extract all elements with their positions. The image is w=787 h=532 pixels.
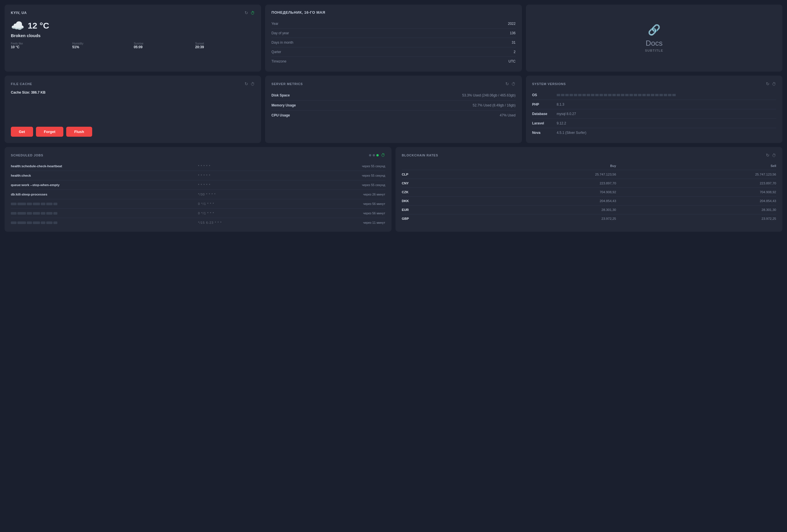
flush-button[interactable]: Flush <box>66 127 92 137</box>
date-row-label: Days in month <box>271 41 293 44</box>
system-versions-rows: OSPHP8.1.3Databasemysql 8.0.27Laravel9.1… <box>532 90 776 137</box>
metric-row: Disk Space53.3% Used (248.06gb / 465.63g… <box>271 90 515 101</box>
job-schedule: * * * * * <box>198 174 291 177</box>
rate-row: CNY 223.897,70 223.897,70 <box>402 179 776 188</box>
file-cache-refresh-icon[interactable]: ↻ <box>244 81 248 86</box>
dot-1 <box>369 154 371 156</box>
version-row: PHP8.1.3 <box>532 100 776 109</box>
rate-currency: DKK <box>402 197 456 206</box>
blockchain-clock-icon[interactable]: ⏱ <box>772 153 776 158</box>
metric-row: Memory Usage52.7% Used (8.49gb / 16gb) <box>271 101 515 110</box>
date-title: ПОНЕДЕЛЬНИК, 16-ГО МАЯ <box>271 10 515 15</box>
date-row: Qarter2 <box>271 47 515 57</box>
rate-buy: 23.972,25 <box>456 214 616 223</box>
jobs-clock-icon[interactable]: ⏱ <box>381 153 385 157</box>
date-rows: Year2022Day of year136Days in month31Qar… <box>271 19 515 66</box>
file-cache-title: FILE CACHE <box>11 82 32 86</box>
system-versions-clock-icon[interactable]: ⏱ <box>772 82 776 86</box>
weather-temperature: 12 °C <box>28 21 49 30</box>
version-label: OS <box>532 93 552 97</box>
job-schedule: 0 */1 * * * <box>198 212 291 215</box>
get-button[interactable]: Get <box>11 127 33 137</box>
rates-table: Buy Sell CLP 25.747.123,56 25.747.123,56… <box>402 162 776 223</box>
sunset-label: Sunset <box>195 42 255 45</box>
cache-buttons: Get Forget Flush <box>11 127 92 137</box>
dot-2 <box>373 154 375 156</box>
blockchain-refresh-icon[interactable]: ↻ <box>766 153 770 158</box>
file-cache-clock-icon[interactable]: ⏱ <box>251 82 255 86</box>
job-time: через 55 секунд <box>293 183 385 187</box>
docs-card[interactable]: 🔗 Docs SUBTITLE <box>526 4 783 72</box>
job-name-blurred <box>11 221 196 224</box>
job-row: 0 */1 * * * через 56 минут <box>11 199 385 209</box>
jobs-list: health:schedule-check-heartbeat * * * * … <box>11 162 385 227</box>
rate-sell: 25.747.123,56 <box>616 170 776 179</box>
humidity-value: 51% <box>72 45 132 49</box>
weather-location: KYIV, UA <box>11 11 27 15</box>
date-card: ПОНЕДЕЛЬНИК, 16-ГО МАЯ Year2022Day of ye… <box>265 4 522 72</box>
rate-sell: 204.854,43 <box>616 197 776 206</box>
rate-sell: 23.972,25 <box>616 214 776 223</box>
rate-buy: 25.747.123,56 <box>456 170 616 179</box>
refresh-icon[interactable]: ↻ <box>244 10 248 16</box>
system-versions-card: SYSTEM VERSIONS ↻ ⏱ OSPHP8.1.3Databasemy… <box>526 76 783 143</box>
docs-title: Docs <box>646 39 663 48</box>
version-row: Databasemysql 8.0.27 <box>532 109 776 119</box>
date-row: TimezoneUTC <box>271 57 515 66</box>
os-value-blurred <box>557 94 776 96</box>
date-row-label: Timezone <box>271 59 286 63</box>
job-row: health:check * * * * * через 55 секунд <box>11 171 385 180</box>
date-row-value: 31 <box>512 41 515 44</box>
scheduled-jobs-card: SCHEDULED JOBS ⏱ health:schedule-check-h… <box>4 147 391 232</box>
link-icon: 🔗 <box>648 24 661 36</box>
system-versions-refresh-icon[interactable]: ↻ <box>766 81 770 86</box>
rate-currency: CNY <box>402 179 456 188</box>
job-time: через 56 минут <box>293 202 385 206</box>
date-row: Day of year136 <box>271 28 515 38</box>
rate-row: GBP 23.972,25 23.972,25 <box>402 214 776 223</box>
version-label: Nova <box>532 131 552 135</box>
weather-details: Feels like 10 °C Humidity 51% Sunrise 05… <box>11 42 255 49</box>
version-value: mysql 8.0.27 <box>557 112 576 116</box>
version-row: OS <box>532 90 776 100</box>
rate-row: DKK 204.854,43 204.854,43 <box>402 197 776 206</box>
rates-col-currency <box>402 162 456 170</box>
metric-label: CPU Usage <box>271 113 290 117</box>
scheduled-jobs-title: SCHEDULED JOBS <box>11 153 43 157</box>
clock-icon[interactable]: ⏱ <box>251 10 255 16</box>
job-schedule: * * * * * <box>198 164 291 168</box>
metric-row: CPU Usage47% Used <box>271 110 515 120</box>
job-time: через 26 минут <box>293 193 385 196</box>
date-row: Days in month31 <box>271 38 515 47</box>
rates-col-sell: Sell <box>616 162 776 170</box>
cache-size: Cache Size: 386.7 KB <box>11 90 255 94</box>
docs-subtitle: SUBTITLE <box>645 49 663 52</box>
version-label: PHP <box>532 103 552 106</box>
job-row: 0 */1 * * * через 56 минут <box>11 209 385 218</box>
version-value: 4.5.1 (Silver Surfer) <box>557 131 587 135</box>
rate-buy: 204.854,43 <box>456 197 616 206</box>
server-metrics-rows: Disk Space53.3% Used (248.06gb / 465.63g… <box>271 90 515 120</box>
job-name-blurred <box>11 203 196 205</box>
job-time: через 55 секунд <box>293 174 385 177</box>
metric-value: 47% Used <box>499 113 515 117</box>
server-metrics-refresh-icon[interactable]: ↻ <box>505 81 509 86</box>
job-row: health:schedule-check-heartbeat * * * * … <box>11 162 385 171</box>
rate-buy: 28.301,30 <box>456 206 616 214</box>
forget-button[interactable]: Forget <box>36 127 63 137</box>
weather-condition-icon: ☁️ <box>11 19 24 32</box>
rate-sell: 28.301,30 <box>616 206 776 214</box>
sunset-value: 20:39 <box>195 45 255 49</box>
server-metrics-clock-icon[interactable]: ⏱ <box>511 82 516 86</box>
date-row: Year2022 <box>271 19 515 28</box>
job-schedule: * * * * * <box>198 183 291 187</box>
rate-currency: GBP <box>402 214 456 223</box>
humidity-label: Humidity <box>72 42 132 45</box>
version-label: Database <box>532 112 552 116</box>
rate-sell: 223.897,70 <box>616 179 776 188</box>
date-row-label: Day of year <box>271 31 289 35</box>
date-row-value: 2 <box>514 50 516 54</box>
job-schedule: */15 6-23 * * * <box>198 221 291 224</box>
rate-currency: CZK <box>402 188 456 197</box>
rate-row: CZK 704.908,92 704.908,92 <box>402 188 776 197</box>
